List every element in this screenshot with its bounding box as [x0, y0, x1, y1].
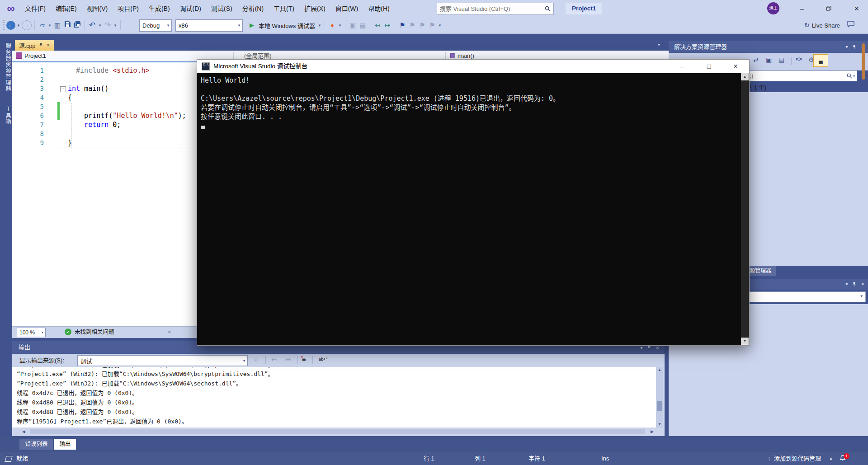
increase-indent-icon[interactable]: ↦	[383, 20, 392, 31]
hot-reload-dropdown-icon[interactable]: ▾	[338, 20, 342, 31]
redo-icon[interactable]: ↷	[103, 20, 112, 31]
health-status-text[interactable]: 未找到相关问题	[75, 327, 114, 338]
menu-item[interactable]: 测试(S)	[206, 0, 237, 17]
toolbar-overflow-icon[interactable]: ▾	[438, 20, 442, 31]
send-feedback-icon[interactable]	[846, 20, 855, 31]
new-project-icon[interactable]: ▱	[38, 20, 47, 31]
editor-zoom-combo[interactable]: 100 % ▾	[17, 328, 46, 337]
menu-item[interactable]: 扩展(X)	[299, 0, 330, 17]
console-close-button[interactable]: ×	[725, 60, 746, 73]
navigate-to-icon[interactable]: ▤	[358, 20, 367, 31]
output-vertical-scrollbar[interactable]: ▲ ▼	[656, 367, 663, 427]
character-indicator[interactable]: 字符 1	[528, 452, 545, 465]
document-list-dropdown-icon[interactable]: ▾	[658, 42, 660, 47]
navigate-back-icon[interactable]: ←	[6, 21, 15, 30]
menu-item[interactable]: 项目(P)	[113, 0, 144, 17]
start-debugging-icon[interactable]: ▶	[247, 20, 256, 31]
menu-item[interactable]: 编辑(E)	[51, 0, 82, 17]
save-all-icon[interactable]	[73, 20, 82, 31]
open-file-icon[interactable]: ▥	[53, 20, 62, 31]
collapse-all-icon[interactable]: ▤	[778, 56, 784, 63]
line-indicator[interactable]: 行 1	[424, 452, 434, 465]
live-share-button[interactable]: ↻ Live Share	[802, 20, 840, 31]
solution-name-badge[interactable]: Project1	[566, 3, 602, 14]
preview-selected-items-button[interactable]: ▄	[813, 54, 828, 67]
scroll-down-icon[interactable]: ▼	[741, 338, 749, 345]
side-tab-工具箱[interactable]: 工具箱	[0, 101, 12, 130]
document-tab-source-cpp[interactable]: 源.cpp ×	[15, 40, 54, 51]
title-bar[interactable]: ∞ 文件(F)编辑(E)视图(V)项目(P)生成(B)调试(D)测试(S)分析(…	[0, 0, 868, 17]
panel-menu-dropdown-icon[interactable]: ▾	[845, 41, 848, 53]
toggle-word-wrap-icon[interactable]: ab↵	[319, 356, 328, 362]
toggle-bookmark-icon[interactable]: ⚑	[398, 20, 407, 31]
solution-platform-combo[interactable]: x86 ▾	[175, 19, 243, 32]
close-tab-icon[interactable]: ×	[47, 42, 50, 48]
add-to-source-control-button[interactable]: 添加到源代码管理	[774, 452, 821, 465]
menu-item[interactable]: 生成(B)	[144, 0, 175, 17]
console-output[interactable]: Hello World!C:\Users\Azazel\source\repos…	[197, 73, 741, 345]
quick-search-box[interactable]	[437, 3, 554, 15]
column-indicator[interactable]: 列 1	[475, 452, 486, 465]
scrollbar-thumb[interactable]	[30, 429, 645, 434]
quick-search-input[interactable]	[437, 5, 545, 12]
debug-console-window[interactable]: C:\ Microsoft Visual Studio 调试控制台 – □ × …	[197, 59, 750, 346]
console-maximize-button[interactable]: □	[698, 60, 719, 73]
solution-configuration-combo[interactable]: Debug ▾	[139, 19, 172, 32]
pending-changes-filter-icon[interactable]: ▣	[766, 56, 772, 63]
redo-dropdown-icon[interactable]: ▾	[113, 20, 118, 31]
side-tab-服务器资源管理器[interactable]: 服务器资源管理器	[0, 38, 12, 97]
account-avatar[interactable]: 炜王	[767, 2, 779, 14]
previous-bookmark-icon[interactable]: ⚑	[408, 20, 417, 31]
pin-icon[interactable]	[39, 42, 43, 48]
panel-menu-dropdown-icon[interactable]: ▾	[640, 345, 642, 350]
bottom-tab-错误列表[interactable]: 错误列表	[19, 439, 53, 450]
window-minimize-button[interactable]: –	[792, 0, 812, 17]
scroll-up-icon[interactable]: ▲	[656, 367, 663, 373]
new-project-dropdown-icon[interactable]: ▾	[47, 20, 52, 31]
sync-with-active-document-icon[interactable]: ⇄	[753, 56, 759, 63]
menu-item[interactable]: 工具(T)	[269, 0, 299, 17]
scroll-down-icon[interactable]: ▼	[656, 421, 663, 427]
scroll-up-icon[interactable]: ▲	[741, 73, 749, 80]
menu-item[interactable]: 文件(F)	[20, 0, 51, 17]
console-minimize-button[interactable]: –	[672, 60, 693, 73]
console-scrollbar[interactable]: ▲ ▼	[741, 73, 749, 345]
bottom-tab-输出[interactable]: 输出	[54, 439, 76, 450]
start-debugging-label[interactable]: 本地 Windows 调试器	[259, 21, 315, 30]
output-source-combo[interactable]: 调试 ▾	[77, 355, 248, 366]
decrease-indent-icon[interactable]: ↤	[373, 20, 382, 31]
source-control-dropdown-icon[interactable]: ▲	[829, 452, 833, 465]
menu-item[interactable]: 调试(D)	[175, 0, 206, 17]
scrollbar-thumb[interactable]	[862, 43, 865, 80]
save-icon[interactable]	[63, 20, 72, 31]
hot-reload-icon[interactable]: ♦	[328, 20, 337, 31]
close-panel-icon[interactable]: ×	[861, 279, 864, 290]
scrollbar-thumb[interactable]	[657, 401, 662, 411]
scroll-left-icon[interactable]: ◀	[22, 427, 25, 436]
menu-item[interactable]: 视图(V)	[82, 0, 113, 17]
next-message-icon[interactable]: ↦	[286, 356, 291, 363]
menu-item[interactable]: 帮助(H)	[363, 0, 394, 17]
find-in-files-icon[interactable]: ▣	[348, 20, 357, 31]
navigate-back-dropdown-icon[interactable]: ▾	[16, 20, 21, 31]
view-code-icon[interactable]: <>	[796, 56, 802, 62]
clear-bookmarks-icon[interactable]: ⚑	[428, 20, 437, 31]
undo-dropdown-icon[interactable]: ▾	[98, 20, 102, 31]
start-debugging-dropdown-icon[interactable]: ▾	[317, 20, 322, 31]
project-dropdown[interactable]: Project1	[16, 51, 46, 61]
solution-explorer-header[interactable]: 解决方案资源管理器 ▾ ×	[669, 41, 868, 53]
menu-item[interactable]: 分析(N)	[237, 0, 269, 17]
panel-menu-dropdown-icon[interactable]: ▾	[845, 279, 848, 290]
navigate-forward-icon[interactable]: →	[22, 20, 32, 30]
console-title-bar[interactable]: C:\ Microsoft Visual Studio 调试控制台 – □ ×	[197, 60, 749, 73]
undo-icon[interactable]: ↶	[88, 20, 97, 31]
menu-item[interactable]: 窗口(W)	[330, 0, 363, 17]
insert-mode-indicator[interactable]: Ins	[601, 452, 609, 465]
previous-message-icon[interactable]: ↤	[271, 356, 277, 363]
output-horizontal-scrollbar[interactable]: ◀ ▶	[12, 427, 665, 436]
fold-marker-icon[interactable]: -	[60, 86, 66, 92]
output-log[interactable]: “Project1.exe” (Win32): 已加载“C:\Windows\S…	[12, 367, 656, 427]
window-close-button[interactable]: ×	[846, 0, 867, 17]
find-message-icon[interactable]: ⌕	[255, 356, 258, 363]
scroll-right-icon[interactable]: ▶	[651, 427, 654, 436]
